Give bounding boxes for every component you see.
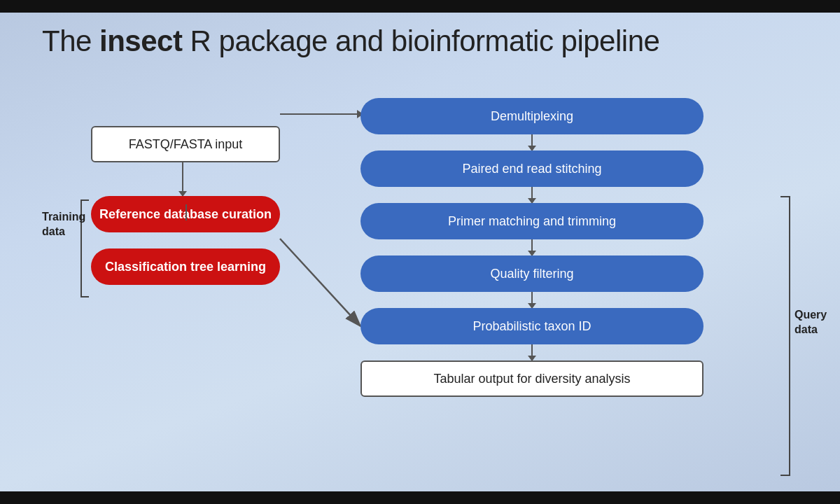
arrow-prob-tabular — [531, 344, 533, 360]
arrow-quality-prob — [531, 292, 533, 308]
diagonal-arrow — [280, 239, 360, 326]
title-prefix: The — [42, 24, 99, 57]
top-bar — [0, 0, 840, 13]
training-label: Trainingdata — [42, 210, 85, 239]
demux-box: Demultiplexing — [360, 98, 704, 134]
fastq-box: FASTQ/FASTA input — [91, 126, 280, 162]
title-suffix: R package and bioinformatic pipeline — [182, 24, 659, 57]
arrow-fastq-down — [182, 162, 183, 196]
slide-title: The insect R package and bioinformatic p… — [42, 24, 798, 58]
arrow-primer-quality — [531, 239, 533, 255]
quality-label: Quality filtering — [490, 267, 573, 281]
title-bold: insect — [99, 24, 182, 57]
quality-box: Quality filtering — [360, 255, 704, 292]
tabular-label: Tabular output for diversity analysis — [433, 372, 630, 386]
probab-label: Probabilistic taxon ID — [472, 319, 591, 334]
primer-box: Primer matching and trimming — [360, 203, 704, 239]
arrow-between-reds — [186, 204, 187, 220]
query-bracket — [780, 196, 790, 476]
arrow-to-demux — [280, 113, 363, 115]
fastq-label: FASTQ/FASTA input — [129, 137, 243, 152]
demux-label: Demultiplexing — [491, 109, 573, 124]
paired-label: Paired end read stitching — [462, 162, 601, 176]
tabular-box: Tabular output for diversity analysis — [360, 360, 704, 397]
class-tree-label: Classification tree learning — [105, 260, 266, 274]
class-tree-box: Classification tree learning — [91, 248, 280, 285]
diagram: FASTQ/FASTA input Trainingdata Reference… — [42, 98, 798, 483]
probab-box: Probabilistic taxon ID — [360, 308, 704, 344]
paired-box: Paired end read stitching — [360, 150, 704, 187]
primer-label: Primer matching and trimming — [448, 214, 616, 229]
query-label: Querydata — [794, 308, 827, 337]
bottom-bar — [0, 491, 840, 504]
slide: The insect R package and bioinformatic p… — [0, 0, 840, 504]
arrow-demux-paired — [531, 134, 533, 150]
arrow-paired-primer — [531, 187, 533, 203]
